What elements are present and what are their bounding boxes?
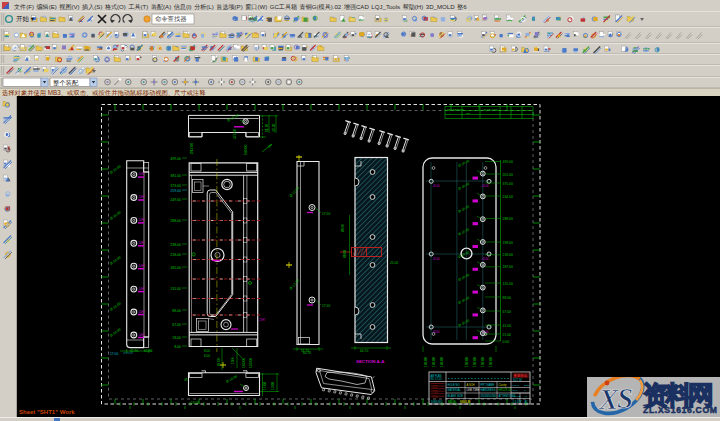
svg-text:1ST: 1ST	[466, 112, 471, 115]
svg-text:BLANK SIZE: BLANK SIZE	[448, 394, 464, 398]
svg-text:8.00: 8.00	[204, 349, 210, 353]
svg-text:131.00: 131.00	[503, 282, 513, 286]
svg-text:45.00: 45.00	[482, 257, 489, 261]
svg-text:198.00: 198.00	[503, 241, 513, 245]
svg-text:160.00: 160.00	[244, 145, 248, 155]
svg-text:PRT NAME: PRT NAME	[481, 383, 495, 387]
svg-text:41.00: 41.00	[503, 324, 512, 328]
svg-text:288.00: 288.00	[503, 217, 513, 221]
svg-text:14H7: 14H7	[139, 241, 146, 245]
svg-text:2001: 2001	[524, 384, 530, 387]
svg-text:45.00: 45.00	[433, 257, 440, 261]
svg-text:373.00: 373.00	[170, 184, 181, 188]
svg-text:41.30: 41.30	[272, 123, 276, 132]
svg-text:160.00: 160.00	[489, 357, 493, 367]
svg-text:14H7: 14H7	[139, 172, 146, 176]
svg-text:25H7: 25H7	[259, 318, 266, 322]
svg-text:0.00: 0.00	[503, 340, 510, 344]
svg-text:499.00: 499.00	[170, 157, 181, 161]
svg-text:11.70: 11.70	[265, 124, 269, 132]
svg-text:Ø12.00: Ø12.00	[190, 143, 194, 154]
svg-text:88.00: 88.00	[503, 296, 512, 300]
svg-text:BLUE: BLUE	[448, 400, 456, 404]
svg-text:160.00: 160.00	[432, 357, 436, 367]
svg-text:SCT 18: SCT 18	[513, 378, 522, 382]
svg-text:A1: A1	[525, 400, 529, 404]
svg-text:1:1.077: 1:1.077	[513, 400, 522, 404]
svg-text:159.00: 159.00	[170, 189, 181, 193]
svg-text:25.00: 25.00	[390, 261, 398, 265]
svg-text:整个装配: 整个装配	[53, 79, 79, 87]
svg-text:HARDNESS: HARDNESS	[481, 388, 496, 392]
svg-text:41.90: 41.90	[130, 349, 138, 353]
svg-text:8.00: 8.00	[174, 345, 181, 349]
svg-text:14H7: 14H7	[139, 333, 146, 337]
svg-text:S: S	[617, 382, 633, 414]
svg-text:67.00: 67.00	[503, 310, 512, 314]
svg-text:45.00: 45.00	[433, 184, 440, 188]
svg-text:0000-M: 0000-M	[460, 400, 471, 404]
svg-text:88.00: 88.00	[172, 309, 181, 313]
svg-text:150.00: 150.00	[249, 358, 253, 368]
svg-text:X: X	[598, 383, 619, 415]
svg-text:14H7: 14H7	[139, 218, 146, 222]
svg-text:6.00: 6.00	[204, 354, 210, 358]
svg-text:17.00: 17.00	[322, 304, 330, 308]
svg-text:重要图纸: 重要图纸	[513, 373, 528, 378]
svg-text:67.00: 67.00	[172, 323, 181, 327]
svg-text:288.00: 288.00	[170, 219, 181, 223]
svg-text:350X650X80: 350X650X80	[481, 394, 497, 398]
svg-text:160.00: 160.00	[242, 358, 246, 368]
svg-text:ZL.XS1616.COM: ZL.XS1616.COM	[643, 405, 717, 415]
svg-text:REV DESCRIP: REV DESCRIP	[447, 108, 464, 111]
svg-text:249.00: 249.00	[170, 198, 181, 202]
svg-text:13.00: 13.00	[191, 401, 199, 405]
svg-text:1500: 1500	[231, 357, 235, 364]
svg-text:88.00: 88.00	[343, 250, 347, 258]
svg-text:Cavity: Cavity	[499, 383, 508, 387]
svg-text:Ø8.00: Ø8.00	[341, 223, 345, 232]
svg-text:64.70: 64.70	[360, 349, 368, 353]
svg-text:160.00: 160.00	[465, 357, 469, 367]
svg-text:45.00: 45.00	[482, 184, 489, 188]
svg-text:DWG NO: DWG NO	[431, 400, 442, 404]
svg-text:187.00: 187.00	[503, 265, 513, 269]
svg-text:AB PLAN: AB PLAN	[431, 374, 442, 378]
svg-text:381.00: 381.00	[170, 174, 181, 178]
svg-text:131.00: 131.00	[170, 287, 181, 291]
svg-text:185.00: 185.00	[170, 266, 181, 270]
svg-text:64.70: 64.70	[303, 351, 311, 355]
svg-text:A SCH: A SCH	[467, 383, 475, 387]
svg-text:14H7: 14H7	[139, 195, 146, 199]
svg-text:FW-N: FW-N	[513, 384, 520, 387]
svg-text:SCALE: SCALE	[513, 395, 522, 398]
svg-text:17.00: 17.00	[110, 352, 118, 356]
svg-text:Ø: Ø	[185, 378, 188, 382]
svg-text:375.00: 375.00	[503, 182, 513, 186]
svg-text:14H7: 14H7	[139, 264, 146, 268]
svg-text:DATE APPR: DATE APPR	[484, 108, 498, 111]
svg-text:160.00: 160.00	[424, 357, 428, 367]
svg-text:13.00: 13.00	[271, 382, 275, 390]
svg-text:375.00: 375.00	[233, 129, 237, 139]
svg-text:LKM 738H: LKM 738H	[467, 388, 480, 392]
svg-text:218.00: 218.00	[170, 253, 181, 257]
svg-text:218.00: 218.00	[503, 253, 513, 257]
svg-text:HRC29-33: HRC29-33	[499, 388, 512, 392]
svg-text:160.00: 160.00	[481, 357, 485, 367]
svg-text:238.00: 238.00	[170, 243, 181, 247]
svg-text:SECTION A-A: SECTION A-A	[356, 359, 385, 364]
svg-text:160.00: 160.00	[440, 357, 444, 367]
svg-text:A-6 0.5: A-6 0.5	[431, 396, 438, 398]
svg-text:MATERIAL: MATERIAL	[448, 388, 462, 392]
svg-text:160.00: 160.00	[473, 357, 477, 367]
svg-text:244.00: 244.00	[503, 195, 513, 199]
svg-text:18.00: 18.00	[172, 336, 181, 340]
svg-text:17.00: 17.00	[322, 212, 330, 216]
svg-text:QTY: QTY	[513, 389, 518, 392]
svg-text:14H7: 14H7	[139, 310, 146, 314]
svg-text:201.00: 201.00	[503, 173, 513, 177]
svg-text:NO 17-25: NO 17-25	[431, 377, 443, 381]
svg-text:HOLE NO: HOLE NO	[448, 383, 460, 387]
svg-text:81.00: 81.00	[217, 358, 221, 366]
